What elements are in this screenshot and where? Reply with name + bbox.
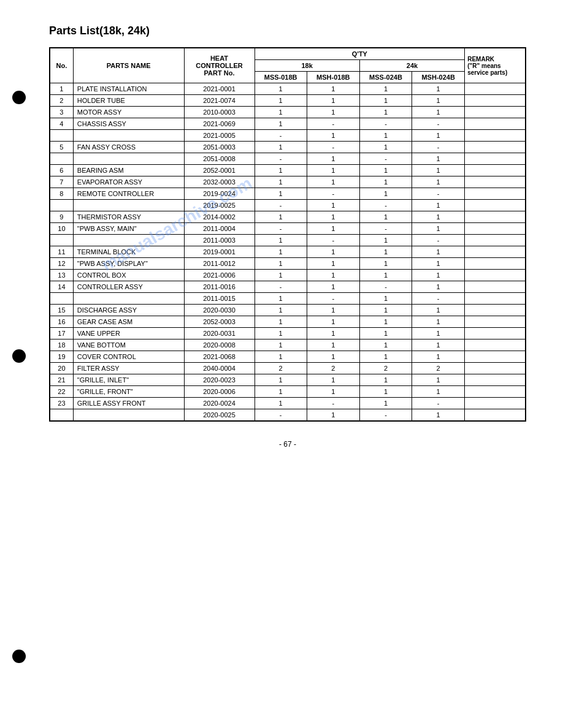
table-row: 2021-0005-111 <box>50 130 526 142</box>
cell-msh018b: 2 <box>307 363 359 374</box>
cell-msh018b: 1 <box>307 211 359 223</box>
cell-msh024b: 1 <box>412 305 465 316</box>
cell-mss018b: 1 <box>255 176 307 188</box>
cell-msh018b: - <box>307 235 359 246</box>
cell-mss018b: 1 <box>255 95 307 107</box>
table-row: 13CONTROL BOX2021-00061111 <box>50 270 526 281</box>
cell-mss018b: - <box>255 409 307 421</box>
table-row: 7EVAPORATOR ASSY2032-00031111 <box>50 176 526 188</box>
col-qty: Q'TY <box>255 48 465 60</box>
cell-remark <box>465 258 526 270</box>
cell-mss024b: 1 <box>359 305 412 316</box>
cell-msh018b: 1 <box>307 339 359 351</box>
cell-remark <box>465 235 526 246</box>
cell-parts-name: DISCHARGE ASSY <box>73 305 184 316</box>
table-row: 5FAN ASSY CROSS2051-00031-1- <box>50 142 526 153</box>
table-row: 21"GRILLE, INLET"2020-00231111 <box>50 374 526 386</box>
cell-msh024b: 1 <box>412 153 465 165</box>
cell-parts-name <box>73 130 184 142</box>
cell-mss024b: - <box>359 281 412 293</box>
cell-msh024b: 1 <box>412 107 465 118</box>
cell-mss024b: 2 <box>359 363 412 374</box>
cell-no: 12 <box>50 258 74 270</box>
cell-msh024b: 1 <box>412 258 465 270</box>
cell-parts-name <box>73 293 184 305</box>
cell-parts-name: "GRILLE, FRONT" <box>73 386 184 398</box>
cell-msh024b: - <box>412 398 465 409</box>
cell-msh024b: - <box>412 142 465 153</box>
cell-msh018b: 1 <box>307 374 359 386</box>
table-row: 16GEAR CASE ASM2052-00031111 <box>50 316 526 328</box>
col-mss018b: MSS-018B <box>255 72 307 83</box>
cell-mss018b: 1 <box>255 142 307 153</box>
cell-remark <box>465 305 526 316</box>
table-row: 14CONTROLLER ASSY2011-0016-1-1 <box>50 281 526 293</box>
cell-mss018b: 1 <box>255 211 307 223</box>
cell-mss018b: 1 <box>255 165 307 176</box>
cell-msh024b: - <box>412 293 465 305</box>
cell-msh024b: 1 <box>412 374 465 386</box>
cell-part-no: 2014-0002 <box>184 211 255 223</box>
cell-remark <box>465 246 526 258</box>
cell-remark <box>465 118 526 130</box>
cell-msh024b: 1 <box>412 200 465 211</box>
cell-remark <box>465 107 526 118</box>
cell-no: 19 <box>50 351 74 363</box>
cell-part-no: 2010-0003 <box>184 107 255 118</box>
cell-part-no: 2011-0015 <box>184 293 255 305</box>
cell-parts-name: CHASSIS ASSY <box>73 118 184 130</box>
cell-no: 6 <box>50 165 74 176</box>
cell-parts-name: REMOTE CONTROLLER <box>73 188 184 200</box>
cell-msh024b: 1 <box>412 176 465 188</box>
cell-msh018b: 1 <box>307 270 359 281</box>
cell-part-no: 2020-0023 <box>184 374 255 386</box>
cell-mss018b: 2 <box>255 363 307 374</box>
cell-no: 7 <box>50 176 74 188</box>
cell-msh018b: - <box>307 188 359 200</box>
cell-part-no: 2019-0024 <box>184 188 255 200</box>
cell-parts-name: "GRILLE, INLET" <box>73 374 184 386</box>
cell-parts-name: CONTROL BOX <box>73 270 184 281</box>
cell-mss018b: 1 <box>255 386 307 398</box>
cell-no: 14 <box>50 281 74 293</box>
cell-mss024b: 1 <box>359 270 412 281</box>
parts-table: No. PARTS NAME HEATCONTROLLERPART No. Q'… <box>50 48 526 421</box>
cell-msh024b: 1 <box>412 386 465 398</box>
cell-msh018b: 1 <box>307 153 359 165</box>
table-row: 6BEARING ASM2052-00011111 <box>50 165 526 176</box>
cell-remark <box>465 165 526 176</box>
cell-mss024b: 1 <box>359 142 412 153</box>
cell-part-no: 2011-0012 <box>184 258 255 270</box>
cell-mss024b: 1 <box>359 293 412 305</box>
table-row: 22"GRILLE, FRONT"2020-00061111 <box>50 386 526 398</box>
cell-no: 1 <box>50 83 74 95</box>
table-row: 18VANE BOTTOM2020-00081111 <box>50 339 526 351</box>
parts-table-wrapper: No. PARTS NAME HEATCONTROLLERPART No. Q'… <box>49 47 526 422</box>
table-row: 9THERMISTOR ASSY2014-00021111 <box>50 211 526 223</box>
cell-mss018b: 1 <box>255 107 307 118</box>
cell-part-no: 2020-0006 <box>184 386 255 398</box>
cell-parts-name <box>73 235 184 246</box>
cell-parts-name: TERMINAL BLOCK <box>73 246 184 258</box>
cell-part-no: 2020-0030 <box>184 305 255 316</box>
cell-remark <box>465 153 526 165</box>
cell-no <box>50 235 74 246</box>
cell-no: 18 <box>50 339 74 351</box>
cell-mss018b: 1 <box>255 398 307 409</box>
cell-no: 13 <box>50 270 74 281</box>
cell-parts-name: THERMISTOR ASSY <box>73 211 184 223</box>
cell-msh018b: 1 <box>307 83 359 95</box>
cell-msh018b: 1 <box>307 130 359 142</box>
cell-parts-name: CONTROLLER ASSY <box>73 281 184 293</box>
cell-msh018b: 1 <box>307 223 359 235</box>
table-row: 11TERMINAL BLOCK2019-00011111 <box>50 246 526 258</box>
bullet-bot <box>12 650 26 663</box>
cell-remark <box>465 200 526 211</box>
cell-mss018b: - <box>255 200 307 211</box>
cell-mss024b: - <box>359 409 412 421</box>
cell-mss018b: 1 <box>255 351 307 363</box>
cell-parts-name: VANE BOTTOM <box>73 339 184 351</box>
cell-no: 10 <box>50 223 74 235</box>
table-row: 17VANE UPPER2020-00311111 <box>50 328 526 339</box>
table-row: 1PLATE INSTALLATION2021-00011111 <box>50 83 526 95</box>
